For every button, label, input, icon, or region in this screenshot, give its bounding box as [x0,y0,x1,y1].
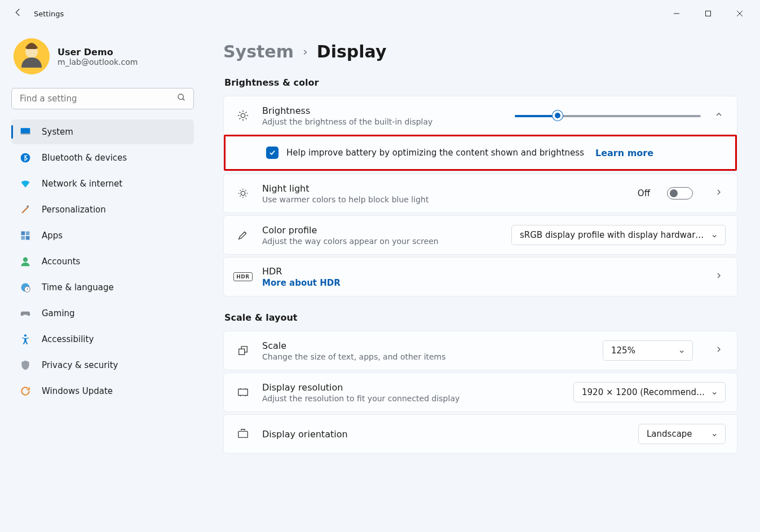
orientation-select[interactable]: Landscape [638,424,726,444]
system-icon [19,126,32,138]
nightlight-state: Off [638,188,650,198]
sidebar-item-label: Gaming [42,308,75,318]
profile-block[interactable]: User Demo m_lab@outlook.com [11,32,194,85]
nightlight-card[interactable]: Night light Use warmer colors to help bl… [223,174,737,213]
sidebar-item-label: Personalization [42,205,106,215]
scale-icon [235,344,251,357]
breadcrumb-parent[interactable]: System [223,42,294,61]
sidebar-item-label: Accounts [42,256,80,267]
nightlight-toggle[interactable] [667,187,693,200]
sidebar-item-gaming[interactable]: Gaming [11,301,194,326]
globe-clock-icon [19,281,32,294]
svg-rect-39 [238,389,248,396]
hdr-icon: HDR [235,272,251,281]
svg-line-28 [246,112,247,113]
svg-line-37 [245,190,246,191]
brightness-icon [235,109,251,122]
sidebar-item-accessibility[interactable]: Accessibility [11,327,194,352]
svg-line-35 [245,196,246,196]
resolution-card[interactable]: Display resolution Adjust the resolution… [223,373,737,412]
scale-title: Scale [262,340,446,351]
sidebar-item-accounts[interactable]: Accounts [11,249,194,274]
svg-rect-9 [21,134,30,135]
avatar [14,38,50,74]
brightness-desc: Adjust the brightness of the built-in di… [262,117,432,126]
sidebar-item-bluetooth[interactable]: Bluetooth & devices [11,145,194,170]
optimize-label: Help improve battery by optimizing the c… [286,148,584,158]
sidebar-item-update[interactable]: Windows Update [11,379,194,404]
svg-rect-40 [238,431,248,437]
chevron-right-icon[interactable] [712,188,726,199]
user-email: m_lab@outlook.com [58,57,138,66]
chevron-right-icon[interactable] [712,345,726,356]
main-content: System › Display Brightness & color Brig… [203,27,760,532]
svg-rect-38 [239,349,245,354]
sidebar-item-system[interactable]: System [11,119,194,144]
sidebar: User Demo m_lab@outlook.com System Bluet… [0,27,203,532]
minimize-button[interactable] [661,2,692,25]
svg-point-16 [23,258,28,262]
hdr-title: HDR [262,266,341,277]
svg-rect-13 [26,232,30,236]
hdr-card[interactable]: HDR HDR More about HDR [223,257,737,296]
orientation-card[interactable]: Display orientation Landscape [223,414,737,454]
svg-point-19 [24,334,26,336]
orientation-title: Display orientation [262,429,348,440]
nav: System Bluetooth & devices Network & int… [11,119,194,404]
breadcrumb: System › Display [223,42,737,61]
sidebar-item-privacy[interactable]: Privacy & security [11,353,194,378]
hdr-link[interactable]: More about HDR [262,278,341,288]
svg-rect-15 [26,236,30,240]
resolution-desc: Adjust the resolution to fit your connec… [262,394,459,403]
collapse-icon[interactable] [712,110,726,121]
app-title: Settings [34,10,64,18]
sidebar-item-label: Privacy & security [42,360,118,370]
sidebar-item-label: Apps [42,230,63,241]
colorprofile-select[interactable]: sRGB display profile with display hardwa… [511,225,726,245]
svg-point-29 [241,191,245,195]
brightness-row[interactable]: Brightness Adjust the brightness of the … [224,96,737,135]
svg-point-6 [178,94,183,99]
gamepad-icon [19,307,32,320]
wifi-icon [19,178,32,190]
user-name: User Demo [58,47,138,57]
sidebar-item-apps[interactable]: Apps [11,223,194,248]
sidebar-item-label: System [42,127,73,137]
maximize-button[interactable] [692,2,724,25]
brightness-title: Brightness [262,105,432,116]
close-button[interactable] [724,2,755,25]
sidebar-item-network[interactable]: Network & internet [11,171,194,196]
breadcrumb-separator: › [303,45,308,59]
optimize-checkbox[interactable] [266,147,279,159]
svg-point-20 [241,113,245,117]
resolution-icon [235,386,251,398]
brightness-card: Brightness Adjust the brightness of the … [223,96,737,171]
scale-card[interactable]: Scale Change the size of text, apps, and… [223,331,737,370]
section-scale-layout: Scale & layout [224,312,737,323]
svg-rect-12 [21,232,25,236]
nightlight-icon [235,187,251,200]
learn-more-link[interactable]: Learn more [595,148,653,158]
search-input[interactable] [11,88,194,109]
search-icon [177,93,186,104]
sidebar-item-label: Accessibility [42,334,94,344]
svg-point-10 [21,153,30,163]
colorprofile-card[interactable]: Color profile Adjust the way colors appe… [223,215,737,255]
person-icon [19,255,32,268]
back-button[interactable] [5,7,32,20]
nightlight-desc: Use warmer colors to help block blue lig… [262,195,428,204]
apps-icon [19,229,32,242]
svg-rect-14 [21,236,25,240]
brightness-slider[interactable] [515,110,701,121]
svg-line-34 [240,190,241,191]
resolution-select[interactable]: 1920 × 1200 (Recommended) [573,382,726,402]
sidebar-item-personalization[interactable]: Personalization [11,197,194,222]
eyedropper-icon [235,229,251,241]
brush-icon [19,203,32,216]
scale-select[interactable]: 125% [603,340,693,361]
sidebar-item-time[interactable]: Time & language [11,275,194,300]
chevron-right-icon[interactable] [712,271,726,282]
svg-rect-1 [706,11,711,16]
titlebar: Settings [0,0,760,27]
accessibility-icon [19,333,32,345]
